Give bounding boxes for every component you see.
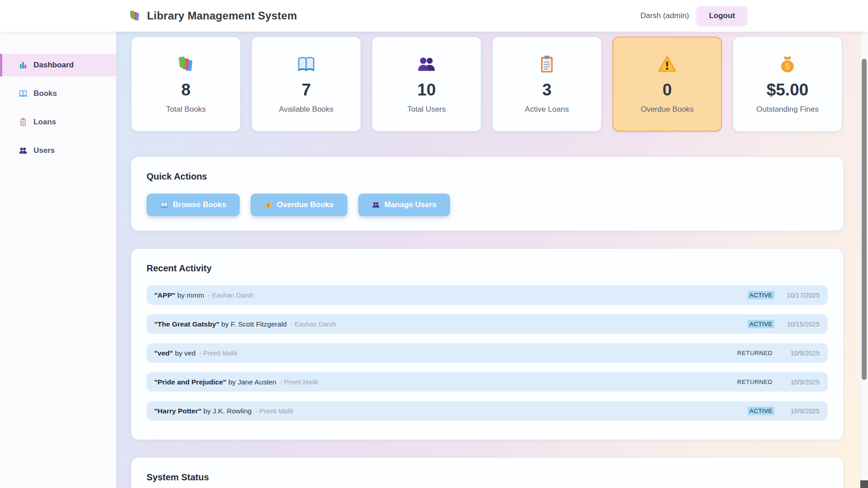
app-title: Library Management System [147,9,297,22]
browse-books-button[interactable]: Browse Books [147,194,240,216]
book-author: by J.K. Rowling [204,407,252,415]
users-icon [417,54,436,74]
stat-card-active-loans: 3 Active Loans [492,37,602,132]
bar-chart-icon [19,61,28,70]
stat-value: 7 [302,81,311,98]
status-badge: ACTIVE [748,291,774,299]
system-status-title: System Status [147,472,828,483]
button-label: Browse Books [173,200,226,209]
borrower-name: - Preeti Malik [280,379,318,386]
quick-actions-section: Quick Actions Browse Books Overdue Books… [131,157,843,231]
stat-value: 8 [181,81,191,98]
status-badge: RETURNED [735,349,774,357]
logged-in-user: Darsh (admin) [640,11,689,20]
activity-row[interactable]: "The Great Gatsby" by F. Scott Fitzgeral… [147,314,828,334]
book-title: "The Great Gatsby" [154,320,219,328]
activity-description: "Harry Potter" by J.K. Rowling - Preeti … [154,407,294,415]
status-badge: RETURNED [735,378,774,386]
stats-row: 8 Total Books 7 Available Books 10 Total… [131,37,843,132]
sidebar-item-dashboard[interactable]: Dashboard [0,54,116,76]
book-title: "Pride and Prejudice" [154,378,226,386]
status-badge: ACTIVE [748,320,774,328]
users-icon [372,201,380,209]
clipboard-icon [537,54,557,74]
book-author: by ved [175,349,196,357]
logout-button[interactable]: Logout [697,6,747,25]
library-dashboard-page: Library Management System Darsh (admin) … [0,0,868,488]
activity-date: 10/9/2025 [781,407,820,415]
books-stack-icon [176,54,196,74]
activity-meta: RETURNED 10/9/2025 [735,349,820,357]
stat-value: 0 [663,81,672,98]
sidebar-item-loans[interactable]: Loans [0,111,116,133]
stat-value: $5.00 [767,81,809,98]
stat-card-available-books: 7 Available Books [251,37,361,132]
stat-value: 3 [542,81,552,98]
open-book-icon [160,201,168,209]
activity-row[interactable]: "Pride and Prejudice" by Jane Austen - P… [147,372,828,392]
clipboard-icon [19,118,28,127]
stat-label: Available Books [279,105,334,114]
activity-meta: ACTIVE 10/9/2025 [748,407,820,415]
sidebar-item-books[interactable]: Books [0,82,116,105]
activity-date: 10/9/2025 [781,379,820,386]
books-stack-icon [128,9,142,23]
activity-description: "ved" by ved - Preeti Malik [154,349,237,357]
sidebar-item-label: Users [33,146,55,155]
activity-row[interactable]: "Harry Potter" by J.K. Rowling - Preeti … [147,401,828,421]
open-book-icon [19,89,28,98]
stat-card-overdue-books: 0 Overdue Books [612,37,722,132]
money-bag-icon [778,54,797,74]
stat-label: Outstanding Fines [756,105,819,114]
borrower-name: - Eashan Darsh [208,292,254,299]
scrollbar-down-button[interactable] [860,480,868,488]
scrollbar-thumb[interactable] [862,59,867,380]
book-author: by F. Scott Fitzgerald [221,320,287,328]
activity-meta: ACTIVE 10/15/2025 [748,320,820,328]
button-label: Manage Users [384,200,436,209]
quick-actions-title: Quick Actions [147,171,828,182]
recent-activity-section: Recent Activity "APP" by mmm - Eashan Da… [131,249,843,440]
borrower-name: - Preeti Malik [199,350,238,357]
sidebar-item-label: Books [33,89,57,98]
warning-icon [264,201,272,209]
activity-row[interactable]: "ved" by ved - Preeti Malik RETURNED 10/… [147,343,828,363]
sidebar-item-label: Loans [33,118,56,127]
activity-description: "The Great Gatsby" by F. Scott Fitzgeral… [154,320,336,328]
manage-users-button[interactable]: Manage Users [358,194,450,216]
quick-actions-buttons: Browse Books Overdue Books Manage Users [147,194,828,216]
recent-activity-list: "APP" by mmm - Eashan Darsh ACTIVE 10/17… [147,285,828,421]
sidebar-item-users[interactable]: Users [0,139,116,162]
system-status-section: System Status [131,458,843,488]
main-content: 8 Total Books 7 Available Books 10 Total… [116,32,860,488]
sidebar-item-label: Dashboard [33,61,74,70]
stat-card-outstanding-fines: $5.00 Outstanding Fines [733,37,842,132]
book-title: "APP" [154,291,175,299]
book-author: by mmm [177,291,204,299]
warning-icon [657,54,677,74]
open-book-icon [296,54,316,74]
activity-meta: ACTIVE 10/17/2025 [748,291,820,299]
stat-label: Total Books [166,105,206,114]
users-icon [19,146,28,155]
borrower-name: - Eashan Darsh [290,321,336,328]
activity-description: "APP" by mmm - Eashan Darsh [154,291,253,299]
book-author: by Jane Austen [228,378,276,386]
stat-label: Total Users [407,105,446,114]
book-title: "Harry Potter" [154,407,201,415]
borrower-name: - Preeti Malik [256,407,294,415]
activity-meta: RETURNED 10/9/2025 [735,378,820,386]
app-header: Library Management System Darsh (admin) … [0,0,868,32]
stat-label: Overdue Books [640,105,693,114]
stat-label: Active Loans [525,105,569,114]
overdue-books-button[interactable]: Overdue Books [251,194,347,216]
vertical-scrollbar[interactable] [860,32,868,488]
activity-description: "Pride and Prejudice" by Jane Austen - P… [154,378,318,386]
activity-row[interactable]: "APP" by mmm - Eashan Darsh ACTIVE 10/17… [147,285,828,305]
recent-activity-title: Recent Activity [147,263,828,274]
activity-date: 10/17/2025 [781,292,820,299]
activity-date: 10/15/2025 [781,321,820,328]
stat-value: 10 [417,81,436,98]
status-badge: ACTIVE [748,407,774,415]
app-title-group: Library Management System [128,9,297,23]
